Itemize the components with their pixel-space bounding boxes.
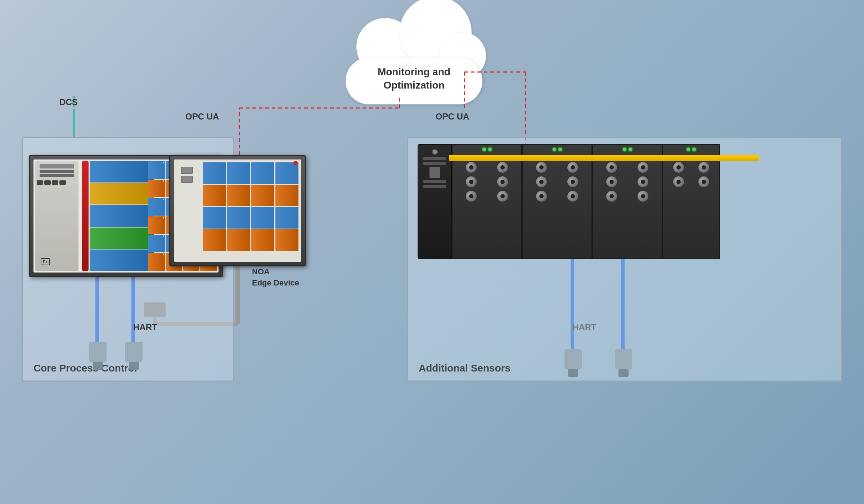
io-module-group xyxy=(90,161,154,271)
pc-drive xyxy=(40,170,74,173)
connector-row xyxy=(666,161,716,174)
opc-ua-left-label: OPC UA xyxy=(185,112,219,122)
noa-io-section xyxy=(203,162,298,251)
cloud-title-line1: Monitoring and xyxy=(378,66,450,77)
round-connector xyxy=(566,175,579,188)
round-connector xyxy=(535,161,548,174)
round-connector xyxy=(697,161,710,174)
noa-edge-device xyxy=(169,155,306,266)
green-indicator xyxy=(623,148,626,151)
connector-row xyxy=(596,190,659,203)
cloud-shape: Monitoring and Optimization xyxy=(317,18,511,112)
round-connector xyxy=(605,175,618,188)
noa-io-block xyxy=(251,185,274,206)
opc-ua-right-label: OPC UA xyxy=(436,112,469,122)
noa-io-block xyxy=(203,229,226,251)
coupler-slot xyxy=(423,180,446,183)
noa-line2: Edge Device xyxy=(252,278,299,287)
round-connector xyxy=(672,175,685,188)
round-connector xyxy=(566,190,579,203)
ethernet-ports xyxy=(181,167,193,183)
io-module-box-inner xyxy=(596,161,659,248)
io-block xyxy=(148,253,165,271)
connector-row xyxy=(526,161,589,174)
connector-row xyxy=(596,175,659,188)
connector-row xyxy=(455,190,518,203)
noa-io-col xyxy=(227,162,250,251)
round-connector xyxy=(605,190,618,203)
noa-io-block xyxy=(203,162,226,184)
connector-row xyxy=(455,161,518,174)
ex-label: Ex xyxy=(41,258,50,265)
green-indicator xyxy=(629,148,632,151)
connector-row xyxy=(596,161,659,174)
cloud-label: Monitoring and Optimization xyxy=(335,66,493,92)
round-connector xyxy=(605,161,618,174)
noa-io-col xyxy=(251,162,274,251)
eth-port xyxy=(181,167,193,174)
noa-panel xyxy=(169,155,306,266)
module-top-indicator xyxy=(553,148,562,151)
green-indicator xyxy=(482,148,486,151)
noa-io-col xyxy=(275,162,298,251)
connector-row xyxy=(526,190,589,203)
module-top-indicator xyxy=(482,148,492,151)
noa-label: NOA Edge Device xyxy=(252,266,299,289)
coupler-connector xyxy=(432,149,438,155)
io-module-box-inner xyxy=(666,161,716,248)
coupler-slot xyxy=(423,185,446,188)
noa-io-block xyxy=(227,185,250,206)
module-top-indicator xyxy=(623,148,632,151)
cloud-title-line2: Optimization xyxy=(383,80,445,91)
round-connector xyxy=(535,175,548,188)
io-module xyxy=(90,183,154,204)
pc-port xyxy=(59,180,66,185)
pc-slot xyxy=(40,164,74,168)
dcs-label: DCS xyxy=(59,97,78,107)
io-module xyxy=(90,249,154,271)
round-connector xyxy=(672,161,685,174)
noa-io-block xyxy=(275,185,298,206)
green-indicator xyxy=(553,148,556,151)
noa-io-block xyxy=(227,207,250,229)
noa-io-block xyxy=(251,229,274,251)
round-connector xyxy=(535,190,548,203)
coupler-unit xyxy=(418,144,452,259)
round-connector xyxy=(465,190,478,203)
red-status-indicator xyxy=(293,161,298,165)
pc-unit: Ex xyxy=(35,161,78,271)
green-indicator xyxy=(687,148,690,151)
io-module-box-inner xyxy=(455,161,518,248)
io-section xyxy=(82,161,154,271)
noa-io-block xyxy=(275,162,298,184)
core-process-label: Core Process Control xyxy=(33,363,137,374)
additional-sensors-label: Additional Sensors xyxy=(419,363,510,374)
noa-panel-inner xyxy=(174,159,301,262)
io-module-box-3 xyxy=(592,144,662,259)
io-module xyxy=(90,228,154,249)
io-block xyxy=(148,216,165,234)
io-module xyxy=(90,161,154,183)
pc-drive xyxy=(40,174,74,177)
noa-line1: NOA xyxy=(252,267,270,276)
io-block xyxy=(148,161,165,179)
eth-port xyxy=(181,176,193,183)
hart-left-label: HART xyxy=(133,322,157,332)
pc-ports xyxy=(35,179,78,186)
round-connector xyxy=(496,161,509,174)
io-block xyxy=(148,235,165,252)
module-top-indicator xyxy=(687,148,696,151)
round-connector xyxy=(636,190,649,203)
noa-io-block xyxy=(203,185,226,206)
green-indicator xyxy=(488,148,492,151)
noa-io-block xyxy=(251,162,274,184)
yellow-bus-bar xyxy=(449,155,759,161)
coupler-square xyxy=(429,167,440,178)
io-block xyxy=(148,180,165,197)
round-connector xyxy=(636,175,649,188)
coupler-slot xyxy=(423,157,446,160)
round-connector xyxy=(566,161,579,174)
connector-row xyxy=(526,175,589,188)
noa-io-block xyxy=(275,207,298,229)
round-connector xyxy=(465,175,478,188)
